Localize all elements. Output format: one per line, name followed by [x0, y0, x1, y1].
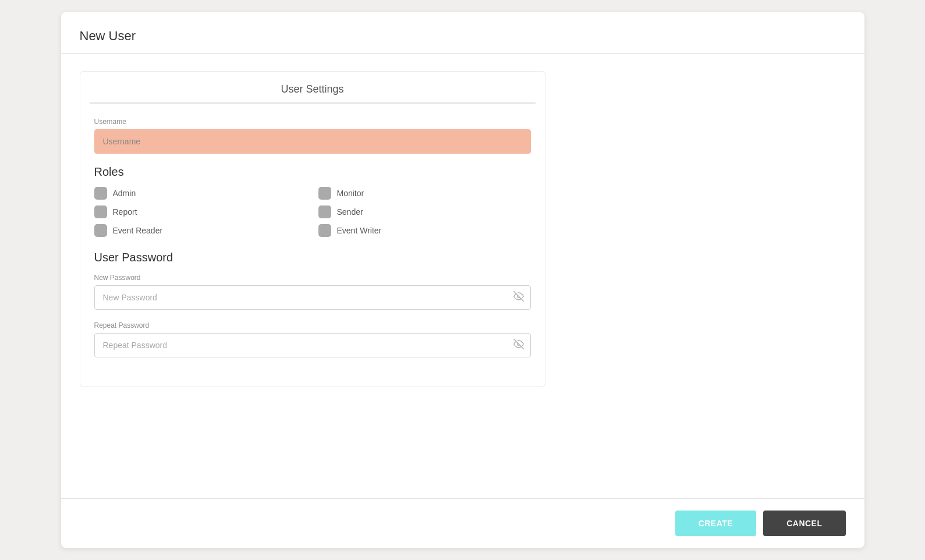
checkbox-event-reader[interactable] — [94, 224, 107, 237]
roles-grid: Admin Monitor Report — [94, 187, 531, 237]
username-field-group: Username — [94, 118, 531, 154]
roles-section: Roles Admin Monitor — [94, 165, 531, 237]
role-label-admin: Admin — [113, 189, 136, 198]
repeat-password-label: Repeat Password — [94, 321, 531, 329]
role-label-monitor: Monitor — [337, 189, 364, 198]
username-input[interactable] — [94, 129, 531, 154]
checkbox-admin[interactable] — [94, 187, 107, 200]
tab-underline-right — [313, 102, 536, 104]
create-button[interactable]: CREATE — [675, 511, 757, 536]
section-title: User Settings — [90, 83, 536, 95]
dialog-title: New User — [80, 29, 846, 44]
password-section-title: User Password — [94, 251, 531, 264]
new-user-dialog: New User User Settings Username — [61, 12, 864, 548]
dialog-footer: CREATE CANCEL — [61, 498, 864, 548]
repeat-password-wrapper — [94, 333, 531, 357]
checkbox-sender[interactable] — [318, 205, 331, 218]
roles-title: Roles — [94, 165, 531, 179]
role-item-monitor: Monitor — [318, 187, 531, 200]
new-password-wrapper — [94, 285, 531, 310]
role-label-event-reader: Event Reader — [113, 226, 163, 235]
tab-underline-left — [90, 102, 313, 104]
checkbox-monitor[interactable] — [318, 187, 331, 200]
role-item-report: Report — [94, 205, 307, 218]
cancel-button[interactable]: CANCEL — [763, 511, 845, 536]
repeat-password-input[interactable] — [94, 333, 531, 357]
username-label: Username — [94, 118, 531, 126]
new-password-input[interactable] — [94, 285, 531, 310]
new-password-label: New Password — [94, 274, 531, 282]
role-label-event-writer: Event Writer — [337, 226, 382, 235]
role-item-admin: Admin — [94, 187, 307, 200]
toggle-new-password-icon[interactable] — [513, 291, 524, 304]
section-header: User Settings — [80, 72, 545, 104]
content-area: User Settings Username Roles — [80, 71, 545, 387]
new-password-field-group: New Password — [94, 274, 531, 310]
role-label-sender: Sender — [337, 207, 363, 217]
role-item-event-writer: Event Writer — [318, 224, 531, 237]
role-label-report: Report — [113, 207, 137, 217]
dialog-header: New User — [61, 12, 864, 54]
dialog-body: User Settings Username Roles — [61, 54, 864, 498]
section-tabs — [90, 102, 536, 104]
user-password-section: User Password New Password — [94, 251, 531, 357]
checkbox-report[interactable] — [94, 205, 107, 218]
toggle-repeat-password-icon[interactable] — [513, 339, 524, 352]
repeat-password-field-group: Repeat Password — [94, 321, 531, 357]
form-section: Username Roles Admin — [80, 104, 545, 387]
role-item-event-reader: Event Reader — [94, 224, 307, 237]
role-item-sender: Sender — [318, 205, 531, 218]
checkbox-event-writer[interactable] — [318, 224, 331, 237]
